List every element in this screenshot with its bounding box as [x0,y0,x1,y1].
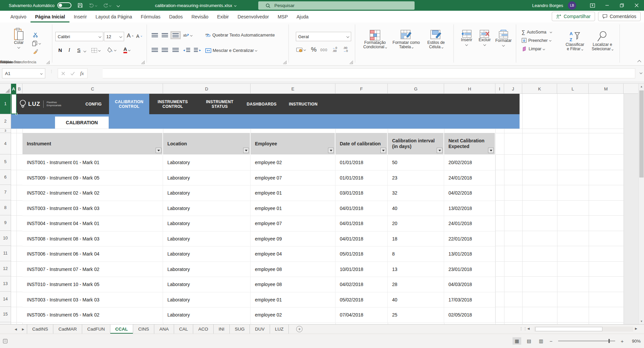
clipboard-dialog-launcher-icon[interactable] [46,61,50,64]
fill-button[interactable]: Preencher [522,38,551,43]
row-header[interactable]: 15 [0,307,11,322]
cell-instrument[interactable]: INST002 - Instrument 02 - Mark 02 [22,186,163,201]
row-header[interactable]: 2 [0,114,11,129]
avatar[interactable]: LB [568,1,576,10]
sheet-tab[interactable]: CAL [174,325,193,334]
cell-location[interactable]: Laboratory [163,247,251,262]
ribbon-tab[interactable]: Fórmulas [137,11,165,22]
align-bottom-button[interactable] [172,33,179,37]
cell-location[interactable]: Laboratory [163,170,251,186]
percent-style-button[interactable]: % [311,46,317,53]
nav-item[interactable]: INSTRUCTION [285,94,322,114]
sheet-tab[interactable]: CINS [133,325,154,334]
column-header[interactable]: E [251,84,335,94]
confirm-entry-icon[interactable] [70,72,75,75]
document-title[interactable]: calibration-measuring-instruments.xlsx [155,0,236,11]
align-center-button[interactable] [162,48,168,52]
sheet-tab[interactable]: SUG [230,325,250,334]
new-sheet-button[interactable]: + [296,326,303,332]
decrease-font-button[interactable]: A˅ [136,33,142,39]
cell-calibration-interval[interactable]: 40 [388,292,444,308]
ribbon-tab[interactable]: MSP [273,11,292,22]
vertical-scrollbar[interactable]: ▲ ▼ [638,84,644,324]
increase-decimal-button[interactable]: ←0.00 [332,47,337,53]
filter-button[interactable] [328,148,334,153]
cell-next-calibration[interactable]: 02/05/2018 [444,307,495,323]
cell-calibration-interval[interactable]: 23 [388,170,444,186]
ribbon-tab[interactable]: Página Inicial [31,11,69,22]
cell-employee[interactable]: employee 02 [251,307,335,323]
cell-date-of-calibration[interactable]: 04/02/2018 [335,277,388,292]
format-painter-button[interactable] [33,49,38,54]
orientation-button[interactable]: ab [183,32,192,38]
page-layout-view-button[interactable]: ▤ [525,337,533,345]
conditional-formatting-button[interactable]: FormataçãoCondicional [360,30,390,49]
sheet-tab[interactable]: LUZ [270,325,289,334]
table-header-cell[interactable]: Employee [251,133,335,154]
row-header[interactable]: 4 [0,133,11,154]
cell-next-calibration[interactable]: 04/03/2018 [444,277,495,292]
column-header[interactable]: A [11,84,16,94]
ribbon-tab[interactable]: Dados [165,11,187,22]
fill-handle[interactable] [15,113,17,115]
sheet-tab[interactable]: INI [214,325,230,334]
cell-instrument[interactable]: INST006 - Instrument 06 - Mark 04 [22,247,163,262]
cell-date-of-calibration[interactable]: 03/01/2018 [335,186,388,201]
cell-employee[interactable]: employee 07 [251,170,335,186]
share-button[interactable]: Compartilhar [552,12,595,21]
autosum-button[interactable]: ∑ AutoSoma [522,29,552,35]
autosave-toggle[interactable] [57,2,71,8]
page-break-view-button[interactable]: ▥ [537,337,545,345]
cell-instrument[interactable]: INST001 - Instrument 01 - Mark 01 [22,155,163,170]
table-header-cell[interactable]: Calibration interval (in days) [388,133,444,154]
cell-next-calibration[interactable]: 13/01/2018 [444,247,495,262]
sheet-tab[interactable]: CadFUN [82,325,110,334]
horizontal-scroll-thumb[interactable] [535,327,602,331]
column-header[interactable]: C [22,84,163,94]
row-header[interactable]: 1 [0,94,11,114]
zoom-out-button[interactable]: − [549,338,553,344]
cell-calibration-interval[interactable]: 40 [388,201,444,216]
comments-button[interactable]: Comentários [598,12,641,21]
name-box[interactable]: A1 [2,68,45,78]
cell-location[interactable]: Laboratory [163,307,251,323]
delete-cells-button[interactable]: Excluir [476,30,493,46]
cell-location[interactable]: Laboratory [163,186,251,201]
insert-cells-button[interactable]: Inserir [458,30,475,46]
macro-record-button[interactable] [3,339,7,343]
cell-calibration-interval[interactable]: 50 [388,155,444,170]
cancel-entry-icon[interactable] [61,72,65,75]
cell-instrument[interactable]: INST008 - Instrument 08 - Mark 03 [22,231,163,247]
cell-employee[interactable]: employee 08 [251,277,335,292]
column-header[interactable]: L [557,84,589,94]
hscroll-right-icon[interactable]: ▶ [635,327,637,330]
cell-employee[interactable]: employee 01 [251,186,335,201]
filter-button[interactable] [380,148,386,153]
cell-calibration-interval[interactable]: 8 [388,247,444,262]
sheet-tab[interactable]: ANA [154,325,174,334]
alignment-dialog-launcher-icon[interactable] [283,61,286,64]
ribbon-tab[interactable]: Inserir [69,11,91,22]
cell-instrument[interactable]: INST003 - Instrument 03 - Mark 03 [22,292,163,308]
sheet-scroll-right-icon[interactable]: ▶ [19,325,27,334]
cell-date-of-calibration[interactable]: 01/01/2018 [335,155,388,170]
nav-item[interactable]: INSTRUMENT STATUS [201,94,238,114]
cell-location[interactable]: Laboratory [163,277,251,292]
nav-item[interactable]: INSTRUMENTS CONTROL [154,94,191,114]
vertical-scroll-thumb[interactable] [639,90,644,178]
italic-button[interactable]: I [68,47,70,53]
sheet-tab[interactable]: DUV [250,325,270,334]
font-name-combo[interactable]: Calibri [55,32,103,41]
table-header-cell[interactable]: Date of calibration [335,133,388,154]
ribbon-display-options-button[interactable] [585,0,600,11]
borders-button[interactable] [91,48,100,53]
cell-calibration-interval[interactable]: 28 [388,277,444,292]
cut-button[interactable] [33,32,38,38]
cell-date-of-calibration[interactable]: 10/01/2018 [335,262,388,277]
paste-button[interactable]: Colar [10,28,28,48]
cell-instrument[interactable]: INST009 - Instrument 09 - Mark 05 [22,170,163,186]
table-header-cell[interactable]: Next Calibration Expected [444,133,495,154]
select-all-button[interactable] [0,84,11,94]
column-header[interactable]: K [522,84,557,94]
align-top-button[interactable] [152,33,158,37]
